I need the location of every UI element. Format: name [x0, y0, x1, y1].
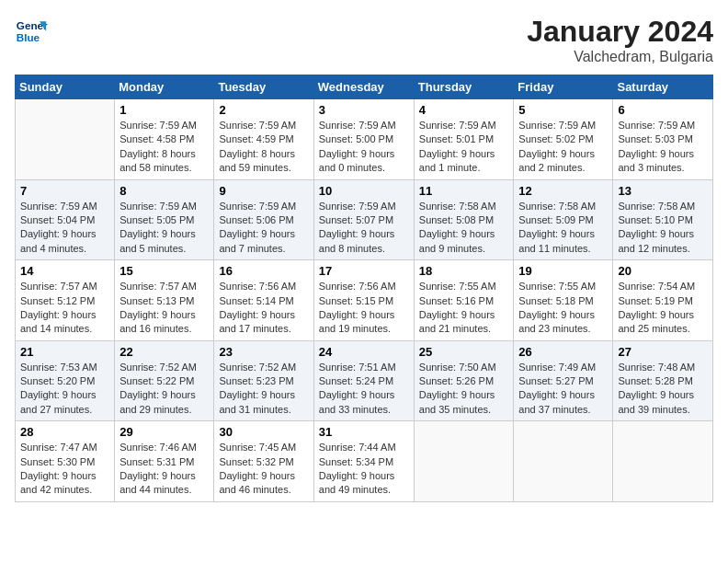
calendar-day-cell: 6Sunrise: 7:59 AMSunset: 5:03 PMDaylight… — [613, 99, 713, 180]
day-number: 29 — [119, 425, 209, 439]
calendar-day-cell: 17Sunrise: 7:56 AMSunset: 5:15 PMDayligh… — [313, 260, 414, 341]
day-number: 11 — [419, 184, 509, 198]
calendar-day-cell: 1Sunrise: 7:59 AMSunset: 4:58 PMDaylight… — [115, 99, 214, 180]
calendar-week-row: 21Sunrise: 7:53 AMSunset: 5:20 PMDayligh… — [16, 340, 713, 421]
calendar-day-header: Monday — [115, 75, 214, 99]
day-info: Sunrise: 7:58 AMSunset: 5:10 PMDaylight:… — [618, 200, 708, 257]
day-number: 12 — [518, 184, 608, 198]
day-info: Sunrise: 7:59 AMSunset: 5:05 PMDaylight:… — [119, 200, 209, 257]
logo: General Blue — [15, 15, 48, 48]
calendar-day-cell: 2Sunrise: 7:59 AMSunset: 4:59 PMDaylight… — [214, 99, 313, 180]
day-info: Sunrise: 7:55 AMSunset: 5:16 PMDaylight:… — [419, 280, 509, 337]
location: Valchedram, Bulgaria — [527, 49, 713, 65]
day-number: 10 — [319, 184, 409, 198]
calendar-day-cell: 30Sunrise: 7:45 AMSunset: 5:32 PMDayligh… — [214, 421, 313, 502]
day-number: 31 — [319, 425, 409, 439]
day-info: Sunrise: 7:59 AMSunset: 5:00 PMDaylight:… — [319, 119, 409, 176]
calendar-day-cell: 18Sunrise: 7:55 AMSunset: 5:16 PMDayligh… — [414, 260, 514, 341]
day-number: 8 — [119, 184, 209, 198]
calendar-week-row: 1Sunrise: 7:59 AMSunset: 4:58 PMDaylight… — [16, 99, 713, 180]
calendar-day-header: Wednesday — [313, 75, 414, 99]
day-number: 27 — [618, 345, 708, 359]
day-info: Sunrise: 7:52 AMSunset: 5:23 PMDaylight:… — [219, 361, 308, 418]
day-info: Sunrise: 7:59 AMSunset: 4:59 PMDaylight:… — [219, 119, 308, 176]
calendar-day-cell — [414, 421, 514, 502]
calendar-day-cell: 15Sunrise: 7:57 AMSunset: 5:13 PMDayligh… — [115, 260, 214, 341]
day-info: Sunrise: 7:56 AMSunset: 5:14 PMDaylight:… — [219, 280, 308, 337]
calendar-day-cell: 4Sunrise: 7:59 AMSunset: 5:01 PMDaylight… — [414, 99, 514, 180]
day-info: Sunrise: 7:59 AMSunset: 5:04 PMDaylight:… — [20, 200, 109, 257]
day-info: Sunrise: 7:53 AMSunset: 5:20 PMDaylight:… — [20, 361, 109, 418]
calendar-day-cell: 5Sunrise: 7:59 AMSunset: 5:02 PMDaylight… — [514, 99, 613, 180]
day-number: 9 — [219, 184, 308, 198]
day-info: Sunrise: 7:59 AMSunset: 5:03 PMDaylight:… — [618, 119, 708, 176]
day-info: Sunrise: 7:50 AMSunset: 5:26 PMDaylight:… — [419, 361, 509, 418]
calendar-day-cell — [16, 99, 115, 180]
calendar-day-cell: 31Sunrise: 7:44 AMSunset: 5:34 PMDayligh… — [313, 421, 414, 502]
calendar-header-row: SundayMondayTuesdayWednesdayThursdayFrid… — [16, 75, 713, 99]
day-number: 17 — [319, 264, 409, 278]
day-number: 6 — [618, 103, 708, 117]
calendar-week-row: 7Sunrise: 7:59 AMSunset: 5:04 PMDaylight… — [16, 179, 713, 260]
calendar-day-cell: 26Sunrise: 7:49 AMSunset: 5:27 PMDayligh… — [514, 340, 613, 421]
day-number: 22 — [119, 345, 209, 359]
calendar-day-cell: 20Sunrise: 7:54 AMSunset: 5:19 PMDayligh… — [613, 260, 713, 341]
calendar-day-header: Tuesday — [214, 75, 313, 99]
calendar-day-header: Thursday — [414, 75, 514, 99]
calendar-day-cell: 16Sunrise: 7:56 AMSunset: 5:14 PMDayligh… — [214, 260, 313, 341]
day-info: Sunrise: 7:51 AMSunset: 5:24 PMDaylight:… — [319, 361, 409, 418]
day-info: Sunrise: 7:47 AMSunset: 5:30 PMDaylight:… — [20, 441, 109, 498]
day-number: 30 — [219, 425, 308, 439]
day-info: Sunrise: 7:59 AMSunset: 5:01 PMDaylight:… — [419, 119, 509, 176]
calendar-day-cell: 23Sunrise: 7:52 AMSunset: 5:23 PMDayligh… — [214, 340, 313, 421]
calendar-day-cell: 27Sunrise: 7:48 AMSunset: 5:28 PMDayligh… — [613, 340, 713, 421]
calendar-week-row: 28Sunrise: 7:47 AMSunset: 5:30 PMDayligh… — [16, 421, 713, 502]
logo-icon: General Blue — [15, 15, 48, 48]
day-info: Sunrise: 7:49 AMSunset: 5:27 PMDaylight:… — [518, 361, 608, 418]
page-header: General Blue January 2024 Valchedram, Bu… — [15, 15, 713, 65]
day-number: 1 — [119, 103, 209, 117]
calendar-day-cell — [514, 421, 613, 502]
day-info: Sunrise: 7:58 AMSunset: 5:08 PMDaylight:… — [419, 200, 509, 257]
day-info: Sunrise: 7:55 AMSunset: 5:18 PMDaylight:… — [518, 280, 608, 337]
calendar-day-cell: 24Sunrise: 7:51 AMSunset: 5:24 PMDayligh… — [313, 340, 414, 421]
day-number: 19 — [518, 264, 608, 278]
day-info: Sunrise: 7:59 AMSunset: 5:07 PMDaylight:… — [319, 200, 409, 257]
day-info: Sunrise: 7:48 AMSunset: 5:28 PMDaylight:… — [618, 361, 708, 418]
month-title: January 2024 — [527, 15, 713, 49]
calendar-day-header: Sunday — [16, 75, 115, 99]
calendar-day-cell: 12Sunrise: 7:58 AMSunset: 5:09 PMDayligh… — [514, 179, 613, 260]
day-number: 3 — [319, 103, 409, 117]
day-info: Sunrise: 7:56 AMSunset: 5:15 PMDaylight:… — [319, 280, 409, 337]
day-number: 28 — [20, 425, 109, 439]
calendar-day-cell: 28Sunrise: 7:47 AMSunset: 5:30 PMDayligh… — [16, 421, 115, 502]
day-number: 16 — [219, 264, 308, 278]
calendar-day-cell: 13Sunrise: 7:58 AMSunset: 5:10 PMDayligh… — [613, 179, 713, 260]
day-number: 2 — [219, 103, 308, 117]
day-info: Sunrise: 7:57 AMSunset: 5:13 PMDaylight:… — [119, 280, 209, 337]
day-number: 7 — [20, 184, 109, 198]
calendar-day-header: Friday — [514, 75, 613, 99]
calendar-day-cell: 11Sunrise: 7:58 AMSunset: 5:08 PMDayligh… — [414, 179, 514, 260]
calendar-day-cell: 21Sunrise: 7:53 AMSunset: 5:20 PMDayligh… — [16, 340, 115, 421]
day-number: 4 — [419, 103, 509, 117]
day-info: Sunrise: 7:54 AMSunset: 5:19 PMDaylight:… — [618, 280, 708, 337]
day-number: 13 — [618, 184, 708, 198]
day-info: Sunrise: 7:44 AMSunset: 5:34 PMDaylight:… — [319, 441, 409, 498]
day-info: Sunrise: 7:58 AMSunset: 5:09 PMDaylight:… — [518, 200, 608, 257]
day-number: 15 — [119, 264, 209, 278]
day-info: Sunrise: 7:52 AMSunset: 5:22 PMDaylight:… — [119, 361, 209, 418]
day-number: 18 — [419, 264, 509, 278]
day-info: Sunrise: 7:57 AMSunset: 5:12 PMDaylight:… — [20, 280, 109, 337]
day-number: 26 — [518, 345, 608, 359]
day-number: 24 — [319, 345, 409, 359]
day-info: Sunrise: 7:46 AMSunset: 5:31 PMDaylight:… — [119, 441, 209, 498]
day-number: 5 — [518, 103, 608, 117]
calendar-day-cell: 25Sunrise: 7:50 AMSunset: 5:26 PMDayligh… — [414, 340, 514, 421]
calendar-day-cell: 14Sunrise: 7:57 AMSunset: 5:12 PMDayligh… — [16, 260, 115, 341]
calendar-day-header: Saturday — [613, 75, 713, 99]
day-info: Sunrise: 7:59 AMSunset: 5:02 PMDaylight:… — [518, 119, 608, 176]
calendar-day-cell: 7Sunrise: 7:59 AMSunset: 5:04 PMDaylight… — [16, 179, 115, 260]
calendar-day-cell: 29Sunrise: 7:46 AMSunset: 5:31 PMDayligh… — [115, 421, 214, 502]
day-number: 14 — [20, 264, 109, 278]
